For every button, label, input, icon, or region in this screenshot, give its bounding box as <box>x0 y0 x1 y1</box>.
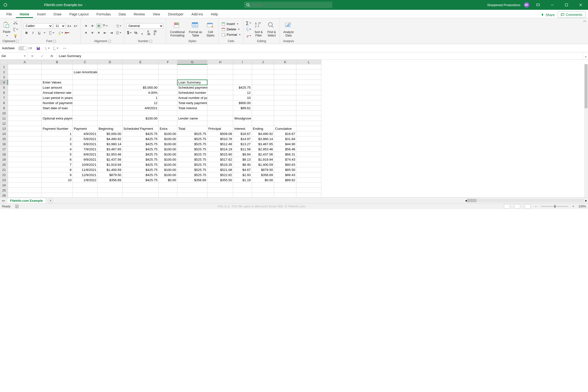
cell-C20[interactable]: 10/9/2021 <box>73 162 98 167</box>
cell-I11[interactable]: Woodgrove Bank <box>233 116 252 121</box>
fill-button[interactable] <box>246 27 251 32</box>
cell-D11[interactable] <box>98 116 122 121</box>
cell-K23[interactable]: $89.62 <box>274 178 296 183</box>
col-header-G[interactable]: G <box>177 60 208 64</box>
cell-J21[interactable]: $879.50 <box>252 167 274 172</box>
cell-D9[interactable] <box>98 106 122 111</box>
decrease-font-button[interactable]: A▼ <box>73 23 78 29</box>
cell-F20[interactable]: $100.00 <box>158 162 177 167</box>
cell-K5[interactable] <box>274 85 296 90</box>
decrease-decimal-button[interactable]: .00.0 <box>152 30 158 36</box>
col-header-J[interactable]: J <box>252 60 274 64</box>
cell-H21[interactable]: $521.08 <box>207 167 233 172</box>
cell-A16[interactable] <box>8 142 42 147</box>
row-header-11[interactable]: 11 <box>0 116 8 121</box>
cell-H26[interactable] <box>207 193 233 198</box>
cell-G21[interactable]: $525.75 <box>177 167 208 172</box>
cell-A12[interactable] <box>8 121 42 126</box>
tab-file[interactable]: File <box>2 11 16 18</box>
cell-H22[interactable]: $522.82 <box>207 172 233 178</box>
cell-I10[interactable] <box>233 111 252 116</box>
normal-view-button[interactable] <box>504 204 510 208</box>
cell-L9[interactable] <box>296 106 321 111</box>
cell-H3[interactable] <box>207 75 233 80</box>
cell-B2[interactable] <box>42 70 73 75</box>
row-header-24[interactable]: 24 <box>0 183 8 188</box>
cell-I25[interactable] <box>233 188 252 193</box>
cell-K12[interactable] <box>274 121 296 126</box>
cell-G26[interactable] <box>177 193 208 198</box>
cell-C3[interactable] <box>73 75 98 80</box>
row-header-19[interactable]: 19 <box>0 157 8 162</box>
cell-H2[interactable] <box>207 70 233 75</box>
cell-K25[interactable] <box>274 188 296 193</box>
cell-C22[interactable]: 12/9/2021 <box>73 172 98 178</box>
number-format-select[interactable]: General <box>126 23 163 29</box>
tab-draw[interactable]: Draw <box>50 11 66 18</box>
cell-A23[interactable] <box>8 178 42 183</box>
cell-J13[interactable]: Ending <box>252 126 274 131</box>
cell-C5[interactable] <box>73 85 98 90</box>
close-button[interactable] <box>575 0 586 10</box>
cell-D7[interactable] <box>98 95 122 100</box>
cell-C6[interactable] <box>73 90 98 95</box>
cell-H16[interactable]: $512.48 <box>207 142 233 147</box>
italic-button[interactable]: I <box>30 30 36 36</box>
cell-K18[interactable]: $66.31 <box>274 152 296 157</box>
cell-F22[interactable]: $100.00 <box>158 172 177 178</box>
cell-B26[interactable] <box>42 193 73 198</box>
hscroll-left-button[interactable]: ◂ <box>465 198 467 202</box>
align-middle-button[interactable]: ≡ <box>90 23 95 29</box>
cell-F19[interactable]: $100.00 <box>158 157 177 162</box>
cell-K19[interactable]: $74.43 <box>274 157 296 162</box>
cell-K15[interactable]: $31.64 <box>274 136 296 142</box>
row-header-9[interactable]: 9 <box>0 106 8 111</box>
cell-C8[interactable] <box>73 100 98 106</box>
cell-L22[interactable] <box>296 172 321 178</box>
cell-H6[interactable] <box>207 90 233 95</box>
cell-E11[interactable]: $100.00 <box>122 116 158 121</box>
cell-F26[interactable] <box>158 193 177 198</box>
cell-K16[interactable]: $44.90 <box>274 142 296 147</box>
cell-E6[interactable]: 4.00% <box>122 90 158 95</box>
align-left-button[interactable]: ≡ <box>83 30 89 36</box>
cell-H10[interactable] <box>207 111 233 116</box>
formula-input[interactable]: Loan Summary <box>57 52 583 60</box>
cell-C12[interactable] <box>73 121 98 126</box>
tab-data[interactable]: Data <box>114 11 130 18</box>
cell-B5[interactable]: Loan amount <box>42 85 73 90</box>
cell-B10[interactable] <box>42 111 73 116</box>
cell-K9[interactable] <box>274 106 296 111</box>
cell-A11[interactable] <box>8 116 42 121</box>
expand-formula-bar-button[interactable]: ⌄ <box>583 52 588 60</box>
cell-B24[interactable] <box>42 183 73 188</box>
cell-D15[interactable]: $4,490.92 <box>98 136 122 142</box>
clipboard-launcher[interactable] <box>16 40 18 42</box>
cell-I19[interactable]: $8.13 <box>233 157 252 162</box>
cell-F16[interactable]: $100.00 <box>158 142 177 147</box>
cell-K24[interactable] <box>274 183 296 188</box>
cell-E21[interactable]: $425.75 <box>122 167 158 172</box>
cell-B17[interactable]: 4 <box>42 147 73 152</box>
cell-F21[interactable]: $100.00 <box>158 167 177 172</box>
cell-L1[interactable] <box>296 64 321 70</box>
row-header-15[interactable]: 15 <box>0 136 8 142</box>
row-header-5[interactable]: 5 <box>0 85 8 90</box>
cell-D18[interactable]: $2,953.46 <box>98 152 122 157</box>
cell-C10[interactable] <box>73 111 98 116</box>
row-header-22[interactable]: 22 <box>0 172 8 178</box>
cell-A4[interactable] <box>8 80 42 85</box>
orientation-button[interactable]: ab <box>102 23 108 29</box>
account-name[interactable]: Sharpened Productions <box>487 3 520 7</box>
row-header-26[interactable]: 26 <box>0 193 8 198</box>
tab-review[interactable]: Review <box>130 11 149 18</box>
analyze-data-button[interactable]: Analyze Data <box>282 22 294 37</box>
cell-D6[interactable] <box>98 90 122 95</box>
align-right-button[interactable]: ≡ <box>96 30 102 36</box>
cell-C11[interactable] <box>73 116 98 121</box>
col-header-B[interactable]: B <box>42 60 73 64</box>
zoom-out-button[interactable]: − <box>535 205 536 208</box>
cell-B6[interactable]: Annual interest rate <box>42 90 73 95</box>
accounting-format-button[interactable]: $ <box>126 30 132 36</box>
col-header-I[interactable]: I <box>233 60 252 64</box>
